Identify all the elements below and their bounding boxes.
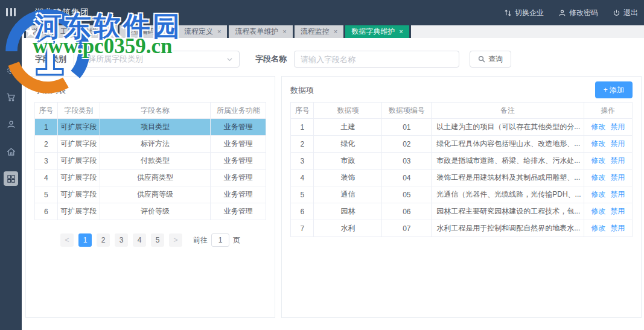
table-row: 1土建01以土建为主的项目（可以存在其他类型的分...修改禁用 [291,119,633,136]
cell: 4 [35,170,58,186]
hamburger-icon[interactable] [6,8,16,16]
sidebar-item-settings-1[interactable] [4,36,18,50]
switch-company-button[interactable]: 切换企业 [504,8,544,18]
tab-label: 数据字典维护 [351,27,395,37]
tab-数据字典维护[interactable]: 数据字典维护× [343,25,410,38]
pagination-page-3[interactable]: 3 [115,233,128,247]
table-row: 2绿化02绿化工程具体内容包括理山水、改造地形、...修改禁用 [291,136,633,153]
tab-企业编码库[interactable]: 企业编码库× [118,25,176,38]
pagination-next-button[interactable]: > [169,233,182,247]
cell: 04 [382,170,432,186]
cell: 业务管理 [211,186,266,203]
filter-bar: 字段类别 选择所属字段类别 字段名称 查询 [35,51,511,68]
edit-link[interactable]: 修改 [591,224,605,232]
sidebar-item-users[interactable] [4,117,18,132]
data-item-title: 数据项 [282,77,641,96]
goto-page-suffix: 页 [233,235,240,246]
field-name-label: 字段名称 [255,54,287,65]
cell: 02 [382,136,432,153]
close-icon[interactable]: × [108,28,112,35]
close-icon[interactable]: × [217,28,221,35]
edit-link[interactable]: 修改 [591,173,605,182]
tab-工程项目维护[interactable]: 工程项目维护× [53,25,118,38]
column-header: 备注 [432,103,584,119]
pagination-page-2[interactable]: 2 [97,233,110,247]
home-icon [6,147,16,157]
disable-link[interactable]: 禁用 [610,139,625,148]
cell: 06 [382,203,432,220]
column-header: 所属业务功能 [211,103,266,119]
sidebar-item-purchase[interactable] [4,90,18,104]
cell: 可扩展字段 [57,119,100,136]
disable-link[interactable]: 禁用 [610,190,625,198]
add-button[interactable]: + 添加 [595,81,633,98]
cell: 05 [382,186,432,203]
close-icon[interactable]: × [334,28,337,35]
field-list-panel: 字段列表 序号字段类别字段名称所属业务功能 1可扩展字段项目类型业务管理2可扩展… [25,76,275,318]
cell: 业务管理 [211,170,266,186]
sidebar-item-dictionary-active[interactable] [4,171,18,186]
close-icon[interactable]: × [166,28,170,35]
cell: 市政是指城市道路、桥梁、给排水、污水处... [432,153,584,170]
edit-link[interactable]: 修改 [591,139,605,148]
tab-label: 流程监控 [301,27,330,37]
table-row[interactable]: 6可扩展字段评价等级业务管理 [35,203,266,220]
cell: 2 [291,136,314,153]
sidebar-item-settings-2[interactable] [4,63,18,77]
column-header: 数据项编号 [382,103,432,119]
disable-link[interactable]: 禁用 [610,207,625,215]
cell: 付款类型 [100,153,211,170]
pagination-prev-button[interactable]: < [60,233,74,247]
tab-流程定义[interactable]: 流程定义× [176,25,227,38]
goto-page-label: 前往 [193,235,208,246]
table-row[interactable]: 5可扩展字段供应商等级业务管理 [35,186,266,203]
tab-首页[interactable]: 首页 [24,25,53,38]
pagination-page-4[interactable]: 4 [133,233,146,247]
edit-link[interactable]: 修改 [591,156,605,165]
sidebar-item-home[interactable] [4,144,18,159]
cell: 可扩展字段 [57,136,100,153]
disable-link[interactable]: 禁用 [610,122,625,131]
table-row[interactable]: 3可扩展字段付款类型业务管理 [35,153,266,170]
pagination-page-5[interactable]: 5 [151,233,164,247]
edit-link[interactable]: 修改 [591,207,605,215]
field-category-select[interactable]: 选择所属字段类别 [74,51,240,68]
disable-link[interactable]: 禁用 [610,173,625,182]
table-row[interactable]: 4可扩展字段供应商类型业务管理 [35,170,266,186]
column-header: 操作 [584,103,632,119]
change-password-label: 修改密码 [569,8,598,18]
cell: 5 [35,186,58,203]
cell: 07 [382,220,432,237]
switch-icon [504,9,512,17]
column-header: 序号 [35,103,58,119]
cell: 绿化 [314,136,382,153]
goto-page-input[interactable] [211,233,229,247]
table-row[interactable]: 2可扩展字段标评方法业务管理 [35,136,266,153]
edit-link[interactable]: 修改 [591,122,605,131]
disable-link[interactable]: 禁用 [610,224,625,232]
change-password-button[interactable]: 修改密码 [558,8,598,18]
logout-button[interactable]: 退出 [613,8,638,18]
cell: 通信 [314,186,382,203]
field-list-header-row: 序号字段类别字段名称所属业务功能 [35,103,266,119]
tab-label: 工程项目维护 [60,27,104,37]
pagination-page-1[interactable]: 1 [78,233,92,247]
query-button-label: 查询 [488,54,503,65]
column-header: 数据项 [314,103,382,119]
close-icon[interactable]: × [282,28,286,35]
tab-流程表单维护[interactable]: 流程表单维护× [227,25,292,38]
table-row[interactable]: 1可扩展字段项目类型业务管理 [35,119,266,136]
field-name-input[interactable] [294,51,459,68]
query-button[interactable]: 查询 [470,51,511,68]
close-icon[interactable]: × [399,28,403,35]
table-row: 3市政03市政是指城市道路、桥梁、给排水、污水处...修改禁用 [291,153,633,170]
disable-link[interactable]: 禁用 [610,156,625,165]
cell: 03 [382,153,432,170]
cell: 以土建为主的项目（可以存在其他类型的分... [432,119,584,136]
cell: 1 [291,119,314,136]
tab-流程监控[interactable]: 流程监控× [293,25,343,38]
table-row: 6园林06园林工程主要研究园林建设的工程技术，包...修改禁用 [291,203,633,220]
table-row: 7水利07水利工程是用于控制和调配自然界的地表水...修改禁用 [291,220,633,237]
tab-label: 流程定义 [184,27,213,37]
edit-link[interactable]: 修改 [591,190,605,198]
